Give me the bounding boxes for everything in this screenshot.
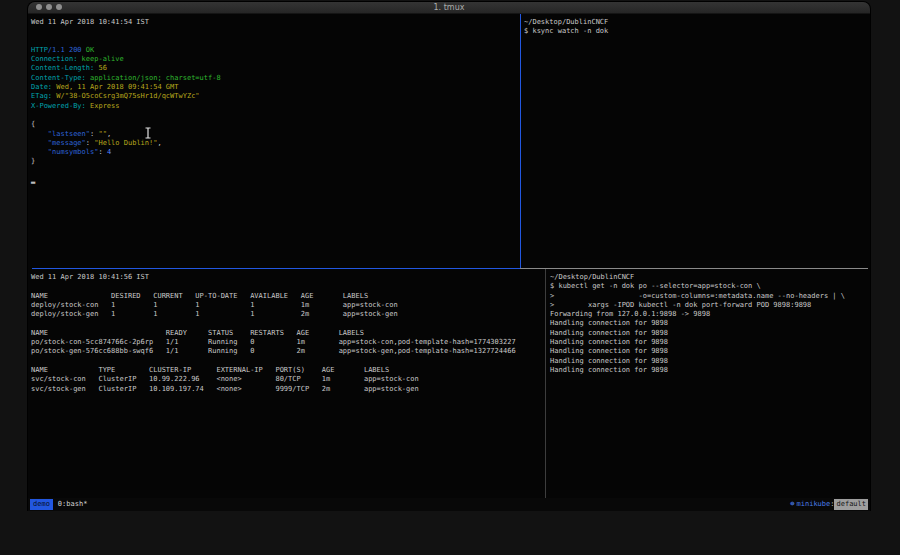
kube-namespace-label: default [834,499,868,510]
window-name-label[interactable]: 0:bash* [58,498,88,511]
window-titlebar[interactable]: 1. tmux [28,2,870,14]
terminal-line: Handling connection for 9898 [550,347,874,356]
terminal-line: ~/Desktop/DublinCNCF [524,18,873,27]
terminal-line [31,27,523,36]
terminal-line [31,357,548,366]
terminal-line [31,111,523,120]
tmux-status-bar: demo 0:bash* ☸ minikube : default [28,498,870,511]
terminal-line: "numsymbols": 4 [31,148,523,157]
tmux-session-area: Wed 11 Apr 2018 10:41:54 IST HTTP/1.1 20… [28,14,870,511]
terminal-line: po/stock-gen-576cc688bb-swqf6 1/1 Runnin… [31,347,548,356]
terminal-line: { [31,120,523,129]
pane-border-vertical-active[interactable] [520,14,521,268]
pane-port-forward[interactable]: ~/Desktop/DublinCNCF$ kubectl get -n dok… [546,269,874,502]
terminal-line: svc/stock-gen ClusterIP 10.109.197.74 <n… [31,385,548,394]
terminal-line: > -o=custom-columns=:metadata.name --no-… [550,292,874,301]
terminal-line: X-Powered-By: Express [31,102,523,111]
terminal-line: ▂ [31,176,523,185]
terminal-line [31,319,548,328]
kube-context-label: minikube [797,498,831,511]
terminal-line: $ kubectl get -n dok po --selector=app=s… [550,282,874,291]
terminal-line: Handling connection for 9898 [550,357,874,366]
terminal-line: Handling connection for 9898 [550,366,874,375]
terminal-line: Handling connection for 9898 [550,338,874,347]
terminal-line: Content-Type: application/json; charset=… [31,74,523,83]
pane-border-vertical-inactive[interactable] [545,269,546,498]
window-title: 1. tmux [28,3,870,13]
terminal-line: ~/Desktop/DublinCNCF [550,273,874,282]
terminal-line: po/stock-con-5cc874766c-2p6rp 1/1 Runnin… [31,338,548,347]
terminal-line [31,282,548,291]
terminal-window: 1. tmux Wed 11 Apr 2018 10:41:54 IST HTT… [28,2,870,510]
terminal-line: Date: Wed, 11 Apr 2018 09:41:54 GMT [31,83,523,92]
status-left: demo 0:bash* [30,498,87,511]
terminal-line [31,37,523,46]
pane-kubectl-get-output[interactable]: Wed 11 Apr 2018 10:41:56 IST NAME DESIRE… [28,269,548,502]
mouse-cursor-ibeam-icon [144,124,152,136]
terminal-line: HTTP/1.1 200 OK [31,46,523,55]
terminal-line: Forwarding from 127.0.0.1:9898 -> 9898 [550,310,874,319]
pane-border-horizontal-inactive[interactable] [520,268,868,269]
terminal-line: NAME READY STATUS RESTARTS AGE LABELS [31,329,548,338]
terminal-line: svc/stock-con ClusterIP 10.99.222.96 <no… [31,375,548,384]
session-name-badge: demo [30,499,53,510]
terminal-line: "message": "Hello Dublin!", [31,139,523,148]
terminal-line: deploy/stock-gen 1 1 1 1 2m app=stock-ge… [31,310,548,319]
terminal-line: "lastseen": "", [31,130,523,139]
pane-ksync-watch[interactable]: ~/Desktop/DublinCNCF$ ksync watch -n dok [521,14,873,272]
terminal-line: > xargs -IPOD kubectl -n dok port-forwar… [550,301,874,310]
terminal-line: } [31,157,523,166]
terminal-line: $ ksync watch -n dok [524,27,873,36]
terminal-line: NAME TYPE CLUSTER-IP EXTERNAL-IP PORT(S)… [31,366,548,375]
pane-http-response[interactable]: Wed 11 Apr 2018 10:41:54 IST HTTP/1.1 20… [28,14,523,272]
terminal-line: Content-Length: 56 [31,64,523,73]
status-right: ☸ minikube : default [790,498,868,511]
kubernetes-helm-icon: ☸ [790,498,794,511]
terminal-line [31,167,523,176]
terminal-line: deploy/stock-con 1 1 1 1 1m app=stock-co… [31,301,548,310]
terminal-line: Handling connection for 9898 [550,329,874,338]
pane-border-horizontal-active[interactable] [32,268,520,269]
terminal-line: Wed 11 Apr 2018 10:41:56 IST [31,273,548,282]
terminal-line: Handling connection for 9898 [550,319,874,328]
terminal-line: Connection: keep-alive [31,55,523,64]
terminal-line: ETag: W/"38-O5coCsrg3mQ75sHr1d/qcWTwYZc" [31,92,523,101]
terminal-line: NAME DESIRED CURRENT UP-TO-DATE AVAILABL… [31,292,548,301]
terminal-line: Wed 11 Apr 2018 10:41:54 IST [31,18,523,27]
